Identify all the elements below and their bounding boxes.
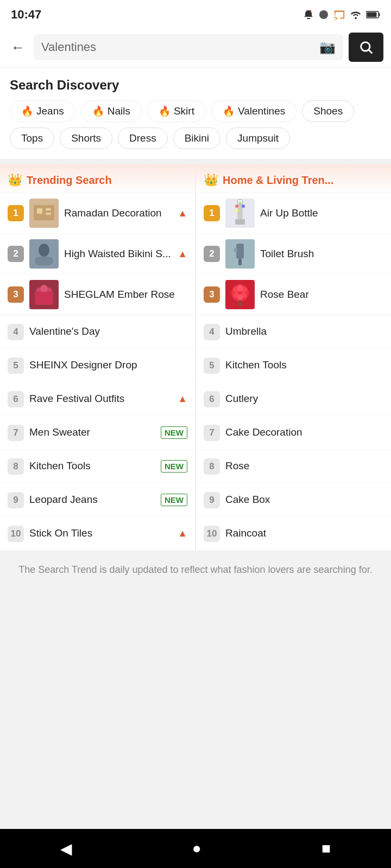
svg-point-30 <box>235 209 238 212</box>
up-icon-6: ▲ <box>178 393 187 405</box>
tag-skirt[interactable]: 🔥 Skirt <box>147 100 206 122</box>
trending-item-5[interactable]: 5 SHEINX Designer Drop <box>0 349 195 382</box>
trending-item-6[interactable]: 6 Rave Festival Outfits ▲ <box>0 382 195 416</box>
hl-item-10[interactable]: 10 Raincoat <box>196 517 391 551</box>
trending-panel: 👑 Trending Search 1 Ramadan Decoration ▲… <box>0 164 195 551</box>
fire-icon: 🔥 <box>223 105 235 117</box>
rank-badge-5: 5 <box>8 358 24 374</box>
svg-point-6 <box>355 17 357 20</box>
trending-item-10[interactable]: 10 Stick On Tiles ▲ <box>0 517 195 551</box>
tag-valentines[interactable]: 🔥 Valentines <box>211 100 297 122</box>
hl-label-2: Toilet Brush <box>260 247 383 261</box>
trending-item-8[interactable]: 8 Kitchen Tools NEW <box>0 450 195 483</box>
item-label-4: Valentine's Day <box>29 325 187 339</box>
status-time: 10:47 <box>11 8 41 22</box>
hl-rank-5: 5 <box>204 358 220 374</box>
new-badge-8: NEW <box>161 460 187 473</box>
rank-badge-1: 1 <box>8 205 24 221</box>
hl-rank-8: 8 <box>204 458 220 475</box>
svg-rect-33 <box>236 244 244 259</box>
nav-home-icon[interactable]: ● <box>192 840 201 857</box>
item-label-3: SHEGLAM Ember Rose <box>64 288 187 302</box>
trending-item-3[interactable]: 3 SHEGLAM Ember Rose <box>0 275 195 315</box>
item-label-7: Men Sweater <box>29 426 155 439</box>
tag-shorts[interactable]: Shorts <box>60 127 112 149</box>
fire-icon: 🔥 <box>21 105 33 117</box>
nav-back-icon[interactable]: ◀ <box>60 840 72 858</box>
hl-thumb-2 <box>225 239 255 269</box>
rank-badge-3: 3 <box>8 286 24 303</box>
tag-nails[interactable]: 🔥 Nails <box>81 100 142 122</box>
nav-recent-icon[interactable]: ■ <box>321 840 331 857</box>
svg-rect-31 <box>235 219 245 225</box>
tag-jumpsuit[interactable]: Jumpsuit <box>226 127 290 149</box>
rank-badge-8: 8 <box>8 458 24 475</box>
battery-icon <box>366 10 380 19</box>
fire-icon: 🔥 <box>92 105 104 117</box>
up-icon-2: ▲ <box>178 248 187 260</box>
crown-icon: 👑 <box>8 173 22 187</box>
wifi-icon <box>350 9 362 21</box>
hl-rank-7: 7 <box>204 425 220 441</box>
svg-rect-8 <box>367 12 377 17</box>
hl-label-1: Air Up Bottle <box>260 207 383 220</box>
svg-rect-23 <box>35 292 53 305</box>
hl-item-4[interactable]: 4 Umbrella <box>196 315 391 349</box>
svg-rect-34 <box>238 259 242 265</box>
hl-rank-4: 4 <box>204 324 220 340</box>
hl-item-1[interactable]: 1 Air Up Bottle <box>196 193 391 234</box>
search-input-wrap[interactable]: Valentines 📷 <box>34 34 343 60</box>
svg-rect-35 <box>234 248 237 252</box>
item-label-5: SHEINX Designer Drop <box>29 359 187 372</box>
crown-icon-2: 👑 <box>204 173 218 187</box>
footer-note: The Search Trend is daily updated to ref… <box>0 551 391 589</box>
trending-panel-title: Trending Search <box>27 174 112 187</box>
hl-item-7[interactable]: 7 Cake Decoration <box>196 416 391 450</box>
discovery-section: Search Discovery 🔥 Jeans 🔥 Nails 🔥 Skirt… <box>0 68 391 159</box>
hl-label-10: Raincoat <box>225 527 383 540</box>
svg-rect-44 <box>238 301 242 306</box>
search-bar: ← Valentines 📷 <box>0 27 391 68</box>
trending-item-1[interactable]: 1 Ramadan Decoration ▲ <box>0 193 195 234</box>
hl-thumb-1 <box>225 199 255 228</box>
home-living-panel-header: 👑 Home & Living Tren... <box>196 164 391 193</box>
rank-badge-7: 7 <box>8 425 24 441</box>
hl-label-9: Cake Box <box>225 493 383 507</box>
trending-item-7[interactable]: 7 Men Sweater NEW <box>0 416 195 450</box>
hl-item-8[interactable]: 8 Rose <box>196 450 391 483</box>
trending-item-2[interactable]: 2 High Waisted Bikini S... ▲ <box>0 234 195 275</box>
new-badge-9: NEW <box>161 494 187 506</box>
tag-tops[interactable]: Tops <box>10 127 54 149</box>
rank-badge-10: 10 <box>8 526 24 542</box>
hl-rank-10: 10 <box>204 526 220 542</box>
hl-rank-6: 6 <box>204 391 220 407</box>
search-button[interactable] <box>349 33 383 62</box>
hot-tags-row: 🔥 Jeans 🔥 Nails 🔥 Skirt 🔥 Valentines Sho… <box>10 100 381 122</box>
panels-wrap: 👑 Trending Search 1 Ramadan Decoration ▲… <box>0 164 391 551</box>
trending-item-9[interactable]: 9 Leopard Jeans NEW <box>0 483 195 517</box>
camera-icon[interactable]: 📷 <box>319 40 336 55</box>
svg-point-3 <box>319 10 328 19</box>
hl-item-5[interactable]: 5 Kitchen Tools <box>196 349 391 382</box>
search-input[interactable]: Valentines <box>41 40 314 54</box>
item-label-10: Stick On Tiles <box>29 527 172 540</box>
svg-rect-12 <box>34 205 54 220</box>
tag-jeans[interactable]: 🔥 Jeans <box>10 100 75 122</box>
tag-bikini[interactable]: Bikini <box>173 127 220 149</box>
svg-rect-18 <box>35 257 53 265</box>
trending-item-4[interactable]: 4 Valentine's Day <box>0 315 195 349</box>
notification-icon <box>303 9 314 20</box>
item-label-2: High Waisted Bikini S... <box>64 247 172 261</box>
hl-item-6[interactable]: 6 Cutlery <box>196 382 391 416</box>
hl-label-8: Rose <box>225 459 383 473</box>
tag-shoes[interactable]: Shoes <box>302 100 354 122</box>
hl-item-2[interactable]: 2 Toilet Brush <box>196 234 391 275</box>
tag-dress[interactable]: Dress <box>118 127 168 149</box>
normal-tags-row: Tops Shorts Dress Bikini Jumpsuit <box>10 127 381 149</box>
hl-item-3[interactable]: 3 Rose Bear <box>196 275 391 315</box>
svg-rect-4 <box>335 15 336 16</box>
home-living-panel: 👑 Home & Living Tren... 1 Air Up Bottle <box>196 164 391 551</box>
hl-item-9[interactable]: 9 Cake Box <box>196 483 391 517</box>
back-button[interactable]: ← <box>8 37 28 58</box>
svg-rect-15 <box>46 213 51 215</box>
